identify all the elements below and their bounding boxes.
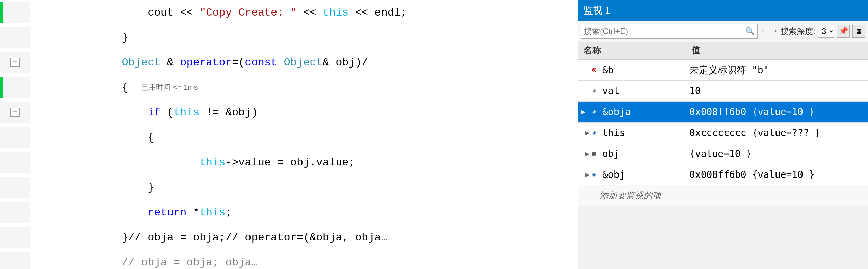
- gutter-2: [0, 27, 30, 48]
- code-line-1: cout << "Copy Create: " << this << endl;: [0, 0, 578, 25]
- value-b: 未定义标识符 "b": [684, 62, 868, 78]
- search-input[interactable]: [584, 27, 745, 36]
- pointer-icon-addr-obj: ◈: [592, 170, 596, 179]
- pointer-icon-obja: ◈: [592, 107, 596, 116]
- line-text-5: if (this != &obj): [30, 100, 578, 125]
- add-watch-row[interactable]: 添加要监视的项: [578, 185, 868, 206]
- value-val: 10: [684, 84, 868, 98]
- code-line-5: − if (this != &obj): [0, 100, 578, 125]
- search-box[interactable]: 🔍: [581, 24, 758, 39]
- line-text-3: Object & operator=(const Object& obj)/: [30, 50, 578, 75]
- watch-row-obja[interactable]: ▶ ◈ &obja 0x008ff6b0 {value=10 }: [578, 102, 868, 123]
- name-val: val: [600, 84, 684, 98]
- error-icon-b: ⊗: [592, 65, 597, 75]
- code-line-10: }// obja = obja;// operator=(&obja, obja…: [0, 225, 578, 250]
- gutter-6: [0, 127, 30, 148]
- code-line-6: {: [0, 125, 578, 150]
- value-obja: 0x008ff6b0 {value=10 }: [684, 105, 868, 119]
- green-bar-4: [0, 77, 3, 98]
- name-obj: obj: [600, 147, 684, 161]
- line-text-11: // obja = obja; obja…: [30, 250, 578, 269]
- line-text-9: return *this;: [30, 200, 578, 225]
- code-line-2: }: [0, 25, 578, 50]
- icon-b: ⊗: [589, 65, 600, 75]
- line-text-10: }// obja = obja;// operator=(&obja, obja…: [30, 225, 578, 250]
- watch-panel: 监视 1 🔍 ← → 搜索深度: 3 1 2 4 5 📌 ▦ 名称 值 ⊗ &b…: [578, 0, 868, 269]
- green-bar-1: [0, 2, 3, 23]
- name-addr-obj: &obj: [600, 168, 684, 182]
- watch-column-header: 名称 值: [578, 42, 868, 60]
- collapse-button-3[interactable]: −: [10, 58, 20, 67]
- gutter-3: −: [0, 52, 30, 73]
- gutter-10: [0, 227, 30, 248]
- watch-title-bar: 监视 1: [578, 0, 868, 21]
- expand-b: [578, 66, 589, 74]
- nav-back-arrow[interactable]: ←: [760, 26, 768, 36]
- line-text-4: { 已用时间 <= 1ms: [30, 75, 578, 100]
- code-editor: cout << "Copy Create: " << this << endl;…: [0, 0, 578, 269]
- name-b: &b: [600, 63, 684, 77]
- pointer-icon-val: ◈: [592, 86, 596, 96]
- code-lines: cout << "Copy Create: " << this << endl;…: [0, 0, 578, 269]
- code-line-3: − Object & operator=(const Object& obj)/: [0, 50, 578, 75]
- watch-row-this[interactable]: ▶ ◈ this 0xcccccccc {value=??? }: [578, 123, 868, 143]
- expand-obj[interactable]: ▶: [578, 150, 589, 158]
- watch-row-val[interactable]: ◈ val 10: [578, 81, 868, 102]
- expand-obja[interactable]: ▶: [578, 108, 589, 116]
- expand-this[interactable]: ▶: [578, 129, 589, 137]
- code-line-9: return *this;: [0, 200, 578, 225]
- box-icon-obj: ▣: [592, 150, 596, 158]
- add-watch-label[interactable]: 添加要监视的项: [600, 190, 661, 201]
- nav-forward-arrow[interactable]: →: [770, 26, 778, 36]
- icon-obj: ▣: [589, 150, 600, 158]
- gutter-11: [0, 252, 30, 269]
- gutter-4: [0, 77, 30, 98]
- watch-row-addr-obj[interactable]: ▶ ◈ &obj 0x008ff6b0 {value=10 }: [578, 164, 868, 185]
- value-this: 0xcccccccc {value=??? }: [684, 126, 868, 140]
- expand-val: [578, 87, 589, 95]
- watch-title: 监视 1: [583, 4, 610, 17]
- value-addr-obj: 0x008ff6b0 {value=10 }: [684, 168, 868, 182]
- watch-search-bar: 🔍 ← → 搜索深度: 3 1 2 4 5 📌 ▦: [578, 21, 868, 42]
- line-text-6: {: [30, 125, 578, 150]
- pointer-icon-this: ◈: [592, 128, 596, 137]
- line-text-2: }: [30, 25, 578, 50]
- line-text-7: this->value = obj.value;: [30, 150, 578, 175]
- line-text-8: }: [30, 175, 578, 200]
- toolbar-grid-btn[interactable]: ▦: [852, 25, 865, 38]
- search-icon: 🔍: [745, 27, 755, 36]
- gutter-7: [0, 152, 30, 173]
- expand-addr-obj[interactable]: ▶: [578, 170, 589, 179]
- code-line-8: }: [0, 175, 578, 200]
- gutter-8: [0, 177, 30, 198]
- code-line-11: // obja = obja; obja…: [0, 250, 578, 269]
- watch-row-obj[interactable]: ▶ ▣ obj {value=10 }: [578, 143, 868, 164]
- name-obja: &obja: [600, 105, 684, 119]
- col-name-header: 名称: [578, 42, 686, 59]
- gutter-1: [0, 2, 30, 23]
- code-line-4: { 已用时间 <= 1ms: [0, 75, 578, 100]
- icon-addr-obj: ◈: [589, 170, 600, 179]
- name-this: this: [600, 126, 684, 140]
- gutter-5: −: [0, 102, 30, 123]
- collapse-button-5[interactable]: −: [10, 108, 20, 117]
- icon-val: ◈: [589, 86, 600, 96]
- watch-row-b[interactable]: ⊗ &b 未定义标识符 "b": [578, 60, 868, 81]
- gutter-9: [0, 202, 30, 223]
- icon-obja: ◈: [589, 107, 600, 116]
- code-line-7: this->value = obj.value;: [0, 150, 578, 175]
- search-depth-select[interactable]: 3 1 2 4 5: [818, 25, 834, 38]
- icon-this: ◈: [589, 128, 600, 137]
- search-depth-label: 搜索深度:: [781, 26, 815, 37]
- toolbar-pin-btn[interactable]: 📌: [837, 25, 850, 38]
- value-obj: {value=10 }: [684, 147, 868, 161]
- col-value-header: 值: [686, 42, 868, 59]
- line-text-1: cout << "Copy Create: " << this << endl;: [30, 0, 578, 25]
